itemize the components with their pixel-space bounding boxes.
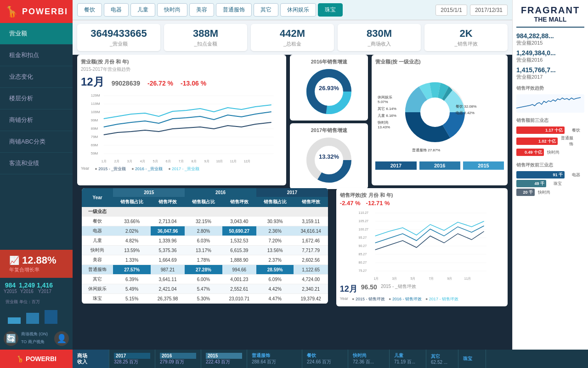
svg-text:110.27: 110.27: [358, 211, 368, 214]
sidebar-item-business[interactable]: 业态变化: [0, 66, 73, 88]
svg-text:69M: 69M: [91, 143, 98, 147]
nav-catering[interactable]: 餐饮: [77, 3, 102, 17]
svg-text:1月: 1月: [102, 160, 107, 163]
trend-label: 销售坪效趋势: [516, 85, 584, 92]
svg-rect-2: [45, 310, 57, 324]
eff-g1: -2.47 %: [340, 200, 361, 207]
table-row: 休闲娱乐5.49%2,421.04 5.47%2,552.61 4.42%2,3…: [82, 284, 328, 294]
eff3-bar-fashion: 20 千 快时尚: [516, 189, 584, 196]
svg-text:3月: 3月: [392, 277, 397, 280]
cat-children-name: 儿童: [394, 352, 421, 359]
svg-text:109M: 109M: [91, 110, 100, 114]
top3-bar-clothing: 1.02 十亿 普通服饰: [516, 135, 584, 147]
eff-big-vals: 12月 96.50 2015 - _销售坪效: [340, 283, 504, 294]
svg-text:80.27: 80.27: [358, 261, 367, 264]
svg-text:5.07%: 5.07%: [378, 100, 388, 104]
svg-rect-0: [8, 317, 21, 324]
cat-other-name: 其它: [431, 353, 453, 360]
cat-clothing-name: 普通服饰: [252, 352, 297, 359]
date-end[interactable]: 2017/12/31: [470, 5, 508, 16]
th-sales-eff-2016: 销售坪效: [222, 197, 256, 207]
th-sales-eff-2017: 销售坪效: [294, 197, 328, 207]
table-row: 儿童4.82%1,339.96 6.03%1,532.53 7.20%1,672…: [82, 236, 328, 246]
nav-electronics[interactable]: 电器: [104, 3, 129, 17]
main-content: 餐饮 电器 儿童 快时尚 美容 普通服饰 其它 休闲娱乐 珠宝 2015/1/1…: [73, 0, 512, 350]
svg-point-40: [420, 98, 450, 127]
svg-text:95.27: 95.27: [358, 236, 367, 239]
nav-leisure[interactable]: 休闲娱乐: [280, 3, 316, 17]
year-bar-2017[interactable]: 2017: [375, 161, 416, 170]
table-row: 美容1.33%1,664.69 1.78%1,888.90 2.37%2,602…: [82, 255, 328, 265]
nav-clothing[interactable]: 普通服饰: [216, 3, 252, 17]
svg-text:99M: 99M: [91, 118, 98, 122]
svg-text:89M: 89M: [91, 126, 98, 131]
performance-table: Year 2015 2016 2017 销售额占比 销售坪效 销售额占比 销售坪…: [82, 188, 328, 304]
view-labels: 商场视角 (ON) TO 商户视角: [21, 331, 48, 346]
svg-text:13.43%: 13.43%: [378, 125, 390, 129]
th-sales-pct-2017: 销售额占比: [256, 197, 294, 207]
bottom-cat-fashion: 快时尚 72.36 百...: [348, 350, 390, 368]
col-2016: 2016: [185, 188, 256, 197]
kpi-sales-eff: 2K _销售坪效: [424, 24, 508, 51]
mid-section: Year 2015 2016 2017 销售额占比 销售坪效 销售额占比 销售坪…: [73, 188, 512, 309]
year-label-2016: 2016: [160, 353, 196, 359]
col-year: Year: [82, 188, 113, 207]
bottom-buttons: 🔄 商场视角 (ON) TO 商户视角 👤: [0, 328, 73, 350]
svg-point-37: [316, 147, 342, 173]
pie-chart-svg: 餐饮 32.08% 电器 2.42% 休闲娱乐 5.07% 其它 6.14% 儿…: [375, 66, 481, 158]
sidebar-item-abc[interactable]: 商铺ABC分类: [0, 131, 73, 153]
val-2017: 328.25 百万: [114, 359, 150, 365]
table-row: 珠宝5.15%26,375.98 5.30%23,010.71 4.47%19,…: [82, 294, 328, 304]
line-chart-svg: 129M 119M 109M 99M 89M 79M 69M 59M: [81, 91, 283, 165]
eff3-bar-electronics: 91 千 电器: [516, 171, 584, 178]
unit-label: 营业额 单位：百万: [0, 298, 73, 306]
svg-text:休闲娱乐: 休闲娱乐: [378, 95, 392, 99]
kpi-revenue: 3649433665 _营业额: [77, 24, 160, 51]
shop-view-icon[interactable]: 🔄: [4, 331, 18, 346]
stat-2017: 1,416 Y2017: [37, 282, 53, 294]
nav-children[interactable]: 儿童: [130, 3, 155, 17]
cat-fashion-name: 快时尚: [353, 352, 384, 359]
col-2015: 2015: [113, 188, 185, 197]
svg-text:7月: 7月: [429, 277, 434, 280]
brand-logo: FRAGRANT THE MALL: [516, 5, 584, 28]
sales-eff-title: 销售坪效(按 月份 和 年): [340, 192, 504, 199]
bottom-spacer: [486, 350, 562, 368]
line-legend: Year ● 2015 - _营业额 ● 2016 - _营业额 ● 2017 …: [81, 166, 283, 172]
top3-bar-fashion: 0.49 十亿 快时尚: [516, 149, 584, 156]
sidebar-item-revenue[interactable]: 营业额: [0, 23, 73, 45]
svg-text:8月: 8月: [192, 160, 197, 163]
cat-other-val: 62.52 ...: [431, 360, 453, 365]
sidebar-item-floor[interactable]: 楼层分析: [0, 88, 73, 109]
sidebar-item-traffic[interactable]: 客流和业绩: [0, 153, 73, 174]
kpi-deduction: 388M _扣点金额: [164, 24, 247, 51]
bottom-2015: 2015 222.43 百万: [201, 350, 247, 368]
svg-text:2月: 2月: [114, 160, 119, 163]
nav-fashion[interactable]: 快时尚: [157, 3, 187, 17]
svg-text:餐饮 32.08%: 餐饮 32.08%: [456, 104, 476, 109]
nav-other[interactable]: 其它: [254, 3, 278, 17]
revenue-2015: 984,282,88... 营业额2015: [516, 32, 584, 46]
sidebar-item-shop[interactable]: 商铺分析: [0, 109, 73, 131]
cat-children-val: 71.19 百...: [394, 359, 421, 365]
year-bar-2015[interactable]: 2015: [463, 161, 504, 170]
sidebar-item-rent[interactable]: 租金和扣点: [0, 45, 73, 66]
nav-beauty[interactable]: 美容: [189, 3, 214, 17]
growth-1: -26.72 %: [147, 80, 173, 87]
top-navigation: 餐饮 电器 儿童 快时尚 美容 普通服饰 其它 休闲娱乐 珠宝 2015/1/1…: [73, 0, 512, 20]
eff3-bars: 91 千 电器 49 千 珠宝 20 千 快时尚: [516, 171, 584, 197]
date-start[interactable]: 2015/1/1: [435, 5, 467, 16]
stats-row: 984 Y2015 1,249 Y2016 1,416 Y2017: [0, 278, 73, 298]
svg-text:9月: 9月: [447, 277, 452, 280]
user-icon[interactable]: 👤: [54, 331, 69, 346]
revenue-2017: 1,415,766,7... 营业额2017: [516, 66, 584, 80]
svg-text:5月: 5月: [153, 160, 158, 163]
year-bar-2016[interactable]: 2016: [419, 161, 460, 170]
table-row: 其它6.39%3,641.11 6.00%4,001.23 6.09%4,724…: [82, 275, 328, 284]
pie-chart-panel: 营业额(按 一级业态): [372, 55, 508, 185]
nav-jewelry[interactable]: 珠宝: [318, 3, 343, 17]
svg-text:儿童 6.16%: 儿童 6.16%: [378, 114, 396, 118]
bottom-content: 商场收入 2017 328.25 百万 2016 279.09 百万 2015 …: [73, 350, 588, 368]
sales-efficiency-chart: 销售坪效(按 月份 和 年) -2.47 % -12.71 % 110.27 1…: [336, 188, 508, 306]
bottom-cat-other: 其它 62.52 ...: [426, 350, 458, 368]
